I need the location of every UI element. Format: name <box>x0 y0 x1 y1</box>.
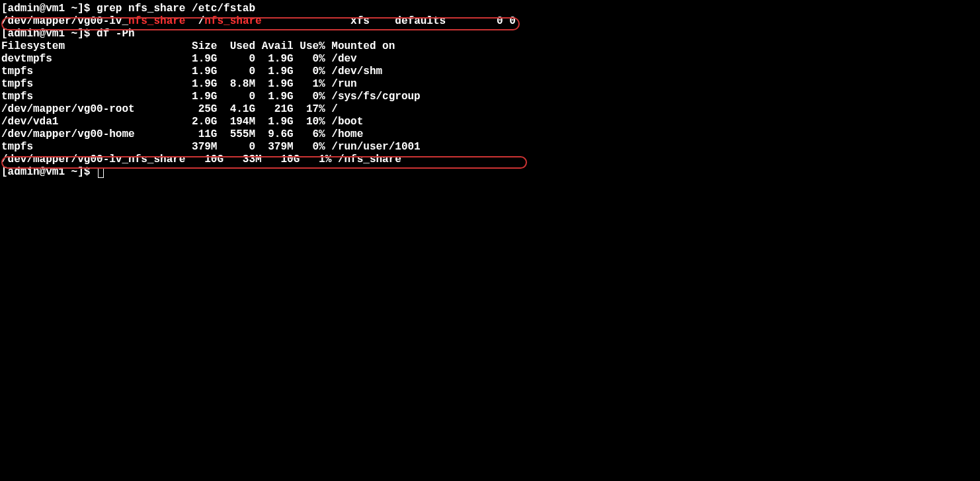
command-line-1: [admin@vm1 ~]$ grep nfs_share /etc/fstab <box>1 3 516 15</box>
command-line-2: [admin@vm1 ~]$ df -Ph <box>1 28 516 40</box>
shell-prompt: [admin@vm1 ~]$ <box>1 3 97 15</box>
command-text: grep nfs_share /etc/fstab <box>97 3 255 15</box>
shell-prompt: [admin@vm1 ~]$ <box>1 166 97 178</box>
df-row: tmpfs 1.9G 0 1.9G 0% /sys/fs/cgroup <box>1 91 516 103</box>
grep-match-1: nfs_share <box>128 15 185 27</box>
grep-output-line: /dev/mapper/vg00-lv_nfs_share /nfs_share… <box>1 15 516 28</box>
shell-prompt: [admin@vm1 ~]$ <box>1 28 97 40</box>
df-row: tmpfs 1.9G 8.8M 1.9G 1% /run <box>1 78 516 91</box>
terminal-output[interactable]: [admin@vm1 ~]$ grep nfs_share /etc/fstab… <box>1 3 516 179</box>
df-header: Filesystem Size Used Avail Use% Mounted … <box>1 40 516 53</box>
df-row-highlighted: /dev/mapper/vg00-lv_nfs_share 10G 33M 10… <box>1 153 516 166</box>
df-row: tmpfs 1.9G 0 1.9G 0% /dev/shm <box>1 66 516 78</box>
terminal-cursor[interactable] <box>98 167 104 178</box>
df-row: /dev/vda1 2.0G 194M 1.9G 10% /boot <box>1 116 516 128</box>
df-row: /dev/mapper/vg00-root 25G 4.1G 21G 17% / <box>1 103 516 116</box>
command-text: df -Ph <box>97 28 135 40</box>
command-line-3: [admin@vm1 ~]$ <box>1 166 516 179</box>
df-row: tmpfs 379M 0 379M 0% /run/user/1001 <box>1 141 516 153</box>
df-row: devtmpfs 1.9G 0 1.9G 0% /dev <box>1 53 516 66</box>
grep-match-2: nfs_share <box>204 15 261 27</box>
df-row: /dev/mapper/vg00-home 11G 555M 9.6G 6% /… <box>1 128 516 141</box>
